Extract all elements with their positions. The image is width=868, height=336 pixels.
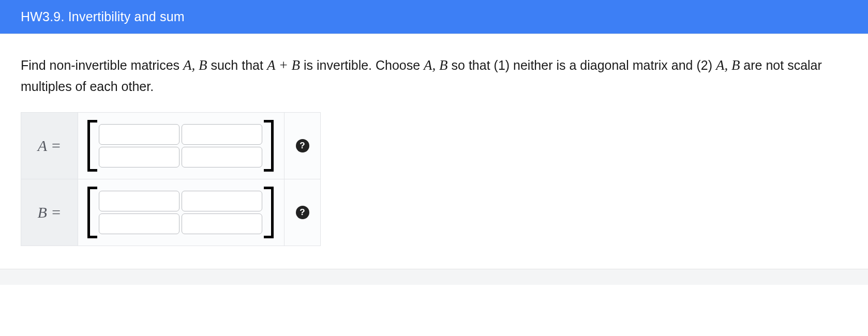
bracket-right-icon bbox=[264, 120, 274, 172]
math-expr-a-plus-b: A + B bbox=[267, 57, 300, 73]
matrix-row-a: A = bbox=[21, 112, 321, 179]
help-icon[interactable]: ? bbox=[296, 206, 309, 219]
question-prompt: Find non-invertible matrices A, B such t… bbox=[21, 55, 847, 97]
matrix-b-grid bbox=[97, 187, 264, 238]
matrix-a-cell-0-1[interactable] bbox=[182, 124, 262, 145]
matrix-b-cell-0-1[interactable] bbox=[182, 191, 262, 211]
matrix-input-group: A = bbox=[21, 112, 321, 246]
prompt-text: such that bbox=[207, 58, 267, 72]
prompt-text: so that (1) neither is a diagonal matrix… bbox=[448, 58, 716, 72]
matrix-a-input-cell bbox=[78, 112, 285, 179]
math-var-ab: A, B bbox=[424, 57, 448, 73]
matrix-label-a: A = bbox=[21, 112, 78, 179]
math-var-ab: A, B bbox=[183, 57, 207, 73]
bracket-left-icon bbox=[87, 187, 97, 238]
matrix-b-bracket-row bbox=[87, 187, 274, 238]
prompt-text: Find non-invertible matrices bbox=[21, 58, 183, 72]
matrix-label-b-text: B = bbox=[37, 204, 61, 221]
math-var-ab: A, B bbox=[716, 57, 740, 73]
matrix-a-bracket-row bbox=[87, 120, 274, 172]
matrix-b-cell-0-0[interactable] bbox=[99, 191, 179, 211]
question-body: Find non-invertible matrices A, B such t… bbox=[0, 34, 868, 269]
bracket-left-icon bbox=[87, 120, 97, 172]
matrix-a-grid bbox=[97, 120, 264, 172]
matrix-label-b: B = bbox=[21, 179, 78, 246]
matrix-b-input-cell bbox=[78, 179, 285, 246]
matrix-row-b: B = bbox=[21, 179, 321, 246]
prompt-text: is invertible. Choose bbox=[300, 58, 424, 72]
matrix-a-help-cell: ? bbox=[285, 112, 321, 179]
matrix-b-cell-1-0[interactable] bbox=[99, 213, 179, 234]
footer-strip bbox=[0, 269, 868, 285]
matrix-a-cell-1-1[interactable] bbox=[182, 147, 262, 167]
question-title: HW3.9. Invertibility and sum bbox=[21, 9, 185, 24]
matrix-layout-table: A = bbox=[21, 112, 321, 246]
help-icon[interactable]: ? bbox=[296, 139, 309, 152]
matrix-a-cell-0-0[interactable] bbox=[99, 124, 179, 145]
matrix-a-cell-1-0[interactable] bbox=[99, 147, 179, 167]
bracket-right-icon bbox=[264, 187, 274, 238]
matrix-b-help-cell: ? bbox=[285, 179, 321, 246]
question-header: HW3.9. Invertibility and sum bbox=[0, 0, 868, 34]
matrix-b-cell-1-1[interactable] bbox=[182, 213, 262, 234]
matrix-label-a-text: A = bbox=[38, 137, 62, 154]
